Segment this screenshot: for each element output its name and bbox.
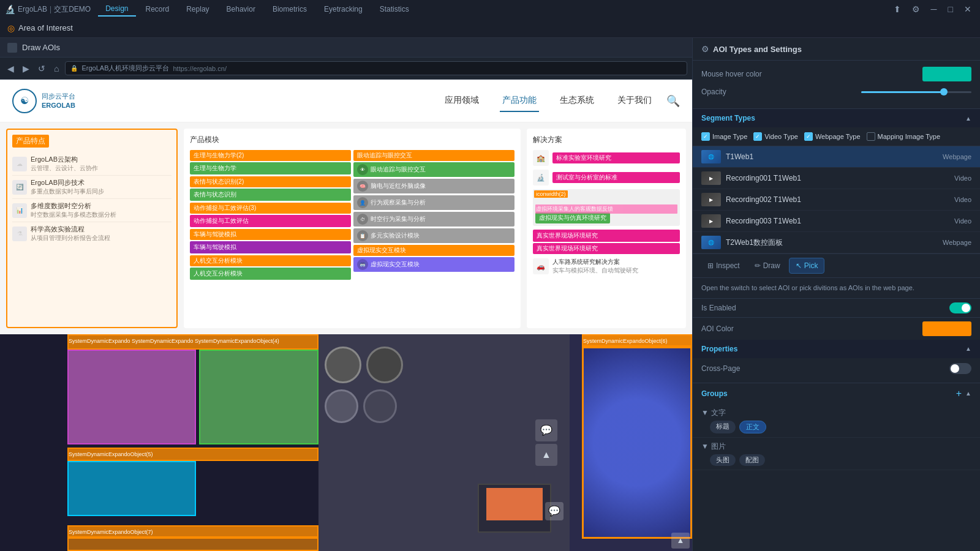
aoi-item-t2web1[interactable]: 🌐 T2Web1数控面板 Webpage — [693, 232, 980, 253]
feature-name-4: 科学高效实验流程 — [31, 225, 110, 234]
window-controls: ⬆ ⚙ ─ □ ✕ — [890, 3, 975, 15]
toolbar-chat-icon[interactable]: 💬 — [535, 419, 557, 441]
slider-fill — [861, 91, 944, 93]
tag-biaoti[interactable]: 标题 — [710, 421, 736, 433]
checkbox-mapping-type[interactable]: Mapping Image Type — [867, 132, 941, 141]
close-button[interactable]: ✕ — [960, 3, 975, 15]
mod-r4: ⏱ 时空行为采集与分析 — [353, 212, 514, 227]
tag-zhengwen[interactable]: 正文 — [739, 421, 766, 433]
tab-inspect[interactable]: ⊞ Inspect — [701, 258, 746, 273]
toggle-thumb — [962, 304, 970, 312]
dyn-label-6-bar: SystemDynamicExpandoObject(6) — [582, 334, 692, 347]
aoi-info-rec003: Recording003 T1Web1 — [726, 217, 949, 225]
aoi-list: 🌐 T1Web1 Webpage ▶ Recording001 T1Web1 V… — [693, 146, 980, 253]
tab-pick[interactable]: ↖ Pick — [789, 258, 825, 274]
feature-item-4: ⚗ 科学高效实验流程 从项目管理到分析报告全流程 — [12, 222, 172, 245]
logo-text: 同步云平台 ERGOLAB — [42, 92, 75, 110]
aoi-type-rec001: Video — [954, 174, 971, 182]
aoi-type-t1web1: Webpage — [943, 153, 971, 160]
url-bar[interactable]: 🔒 ErgoLAB人机环境同步云平台 https://ergolab.cn/ — [65, 61, 687, 75]
aoi-item-rec002[interactable]: ▶ Recording002 T1Web1 Video — [693, 189, 980, 211]
mod-5-header: 人机交互分析模块 — [190, 255, 351, 266]
menu-shengtai[interactable]: 生态系统 — [557, 90, 597, 112]
aoi-item-rec001[interactable]: ▶ Recording001 T1Web1 Video — [693, 168, 980, 189]
feature-item-1: ☁ ErgoLAB云架构 云管理、云设计、云协作 — [12, 152, 172, 176]
menu-chanpin[interactable]: 产品功能 — [500, 90, 539, 112]
feature-icon-4: ⚗ — [12, 227, 27, 241]
back-button[interactable]: ◀ — [5, 62, 17, 75]
site-search-icon[interactable]: 🔍 — [666, 94, 680, 108]
groups-collapse-icon[interactable]: ▲ — [965, 390, 971, 397]
site-menu: 应用领域 产品功能 生态系统 关于我们 — [442, 90, 654, 112]
aoi-color-swatch[interactable] — [922, 321, 971, 336]
design-icon: 📋 — [357, 230, 368, 241]
opacity-label: Opacity — [701, 88, 726, 96]
menu-guanyu[interactable]: 关于我们 — [615, 90, 654, 112]
feature-icon-3: 📊 — [12, 203, 27, 218]
nav-biometrics[interactable]: Biometrics — [265, 2, 314, 16]
group-wenzi-label[interactable]: ▼ 文字 — [701, 408, 971, 418]
group-tupian-label[interactable]: ▼ 图片 — [701, 441, 971, 452]
nav-record[interactable]: Record — [138, 2, 177, 16]
sol-car-desc: 人车路系统研究解决方案 实车与模拟环境、自动驾驶研究 — [552, 258, 638, 275]
url-text: https://ergolab.cn/ — [173, 65, 227, 72]
menu-yingyong[interactable]: 应用领域 — [442, 90, 481, 112]
sync-icon[interactable]: ⬆ — [890, 3, 905, 15]
nav-behavior[interactable]: Behavior — [219, 2, 263, 16]
mod-4-header: 车辆与驾驶模拟 — [190, 229, 351, 240]
mod-1-header: 生理与生物力学(2) — [190, 150, 351, 161]
minimize-button[interactable]: ─ — [927, 3, 941, 15]
aoi-item-rec003[interactable]: ▶ Recording003 T1Web1 Video — [693, 211, 980, 232]
checkbox-webpage-box: ✓ — [804, 132, 813, 141]
groups-controls: + ▲ — [956, 388, 971, 399]
properties-collapse-icon[interactable]: ▲ — [965, 345, 971, 352]
tab-draw[interactable]: ✏ Draw — [748, 258, 786, 273]
refresh-button[interactable]: ↺ — [36, 62, 48, 75]
equipment-circles-2 — [325, 389, 397, 423]
checkmark-icon-2: ✓ — [755, 133, 760, 140]
aoi-type-rec003: Video — [954, 217, 971, 225]
checkbox-video-type[interactable]: ✓ Video Type — [753, 132, 798, 141]
opacity-slider[interactable] — [861, 91, 971, 93]
product-grid: 产品特点 ☁ ErgoLAB云架构 云管理、云设计、云协作 🔄 — [0, 122, 692, 334]
checkbox-image-type[interactable]: ✓ Image Type — [701, 132, 747, 141]
cross-page-toggle[interactable] — [949, 363, 971, 374]
slider-thumb[interactable] — [940, 88, 948, 96]
aoi-item-t1web1[interactable]: 🌐 T1Web1 Webpage — [693, 146, 980, 168]
properties-header: Properties ▲ — [693, 340, 980, 358]
nav-design[interactable]: Design — [98, 2, 135, 17]
mouse-hover-color-swatch[interactable] — [922, 67, 971, 81]
maximize-button[interactable]: □ — [944, 3, 957, 15]
logo-circle: ☯ — [12, 89, 37, 113]
checkbox-webpage-type[interactable]: ✓ Webpage Type — [804, 132, 861, 141]
tag-pei[interactable]: 配图 — [739, 454, 765, 466]
website-top: ☯ 同步云平台 ERGOLAB 应用领域 产品功能 生态系统 关于我们 🔍 — [0, 80, 692, 334]
brain-icon: 🧠 — [357, 181, 368, 192]
solutions-title: 解决方案 — [533, 135, 680, 145]
segment-collapse-icon[interactable]: ▲ — [965, 115, 971, 122]
feature-icon-2: 🔄 — [12, 180, 27, 195]
groups-add-button[interactable]: + — [956, 388, 962, 399]
tag-tou[interactable]: 头图 — [710, 454, 736, 466]
forward-button[interactable]: ▶ — [20, 62, 32, 75]
scroll-up-btn[interactable]: ▲ — [671, 533, 690, 549]
aoi-name-t1web1: T1Web1 — [726, 152, 938, 161]
home-button[interactable]: ⌂ — [51, 62, 61, 75]
aoi-color-row: AOI Color — [693, 317, 980, 340]
group-tupian-expand: ▼ — [701, 442, 709, 451]
nav-statistics[interactable]: Statistics — [372, 2, 417, 16]
is-enabled-toggle[interactable] — [949, 302, 971, 313]
toolbar-up-icon[interactable]: ▲ — [535, 444, 557, 466]
group-tupian-text: 图片 — [711, 441, 726, 452]
dyn-obj-bottom — [67, 538, 318, 551]
settings-icon[interactable]: ⚙ — [908, 3, 924, 15]
mod-r5: 📋 多元实验设计模块 — [353, 228, 514, 243]
segment-types-header: Segment Types ▲ — [693, 109, 980, 127]
checkbox-image-label: Image Type — [712, 133, 747, 140]
circle-4 — [363, 389, 397, 423]
nav-eyetracking[interactable]: Eyetracking — [317, 2, 370, 16]
slider-track — [861, 91, 971, 93]
circle-1 — [325, 347, 361, 383]
checkbox-mapping-box — [867, 132, 875, 141]
nav-replay[interactable]: Replay — [179, 2, 216, 16]
